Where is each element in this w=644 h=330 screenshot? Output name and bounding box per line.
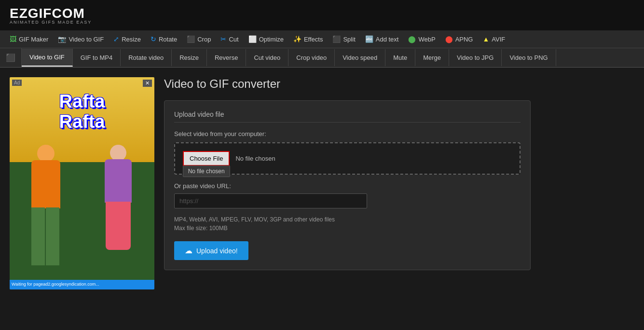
optimize-icon: ⬜ xyxy=(248,35,257,43)
nav1-label-optimize: Optimize xyxy=(259,36,284,43)
upload-box: Upload video file Select video from your… xyxy=(164,100,531,270)
nav1-label-webp: WebP xyxy=(418,36,435,43)
nav2-item-video-speed[interactable]: Video speed xyxy=(335,49,385,66)
nav1: 🖼 GIF Maker 📷 Video to GIF ⤢ Resize ↻ Ro… xyxy=(0,30,644,48)
rotate-icon: ↻ xyxy=(151,35,156,43)
upload-box-title: Upload video file xyxy=(174,110,521,123)
nav2-item-rotate-video[interactable]: Rotate video xyxy=(121,49,172,66)
apng-icon: ⬤ xyxy=(445,35,453,43)
nav1-item-add-text[interactable]: 🔤 Add text xyxy=(360,30,404,48)
no-file-label: No file chosen xyxy=(235,155,275,162)
choose-file-button[interactable]: Choose File xyxy=(183,151,230,166)
effects-icon: ✨ xyxy=(293,35,301,43)
nav2-item-video-to-png[interactable]: Video to PNG xyxy=(502,49,556,66)
nav1-label-gif-maker: GIF Maker xyxy=(19,36,48,43)
nav1-item-webp[interactable]: ⬤ WebP xyxy=(403,30,440,48)
ad-status: Waiting for pagead2.googlesyndication.co… xyxy=(10,281,101,288)
file-input-area: Choose File No file chosen No file chose… xyxy=(174,142,521,175)
crop-icon: ⬛ xyxy=(187,35,195,43)
webp-icon: ⬤ xyxy=(408,35,416,43)
upload-icon: ☁ xyxy=(185,246,192,255)
gif-maker-icon: 🖼 xyxy=(10,35,16,43)
nav2-video-icon[interactable]: ⬛ xyxy=(0,48,22,67)
nav2-item-gif-to-mp4[interactable]: GIF to MP4 xyxy=(73,49,121,66)
max-size-text: Max file size: 100MB xyxy=(174,225,521,232)
nav1-item-resize[interactable]: ⤢ Resize xyxy=(109,30,146,48)
ad-bottom-bar: Waiting for pagead2.googlesyndication.co… xyxy=(10,280,154,289)
nav1-item-split[interactable]: ⬛ Split xyxy=(328,30,360,48)
nav1-item-rotate[interactable]: ↻ Rotate xyxy=(146,30,182,48)
nav2: ⬛ Video to GIF GIF to MP4 Rotate video R… xyxy=(0,48,644,68)
ad-label: Ad xyxy=(12,80,22,86)
nav2-item-video-to-gif[interactable]: Video to GIF xyxy=(22,49,73,67)
nav1-label-resize: Resize xyxy=(122,36,141,43)
nav1-item-apng[interactable]: ⬤ APNG xyxy=(440,30,478,48)
nav2-item-resize[interactable]: Resize xyxy=(172,49,207,66)
content-area: Ad ✕ Rafta Rafta Waiting for pagead2.goo… xyxy=(0,68,644,299)
nav2-item-crop-video[interactable]: Crop video xyxy=(288,49,335,66)
nav1-item-gif-maker[interactable]: 🖼 GIF Maker xyxy=(5,30,53,48)
file-types-text: MP4, WebM, AVI, MPEG, FLV, MOV, 3GP and … xyxy=(174,216,521,223)
nav1-label-avif: AVIF xyxy=(492,36,505,43)
ad-title: Rafta Rafta xyxy=(59,92,105,132)
avif-icon: ▲ xyxy=(482,35,489,43)
logo: EZGIFCOM ANIMATED GIFS MADE EASY xyxy=(10,6,92,25)
nav1-label-apng: APNG xyxy=(455,36,473,43)
ad-title-line2: Rafta xyxy=(59,112,105,132)
url-input[interactable] xyxy=(174,193,367,208)
upload-button-label: Upload video! xyxy=(196,247,238,255)
ad-sidebar: Ad ✕ Rafta Rafta Waiting for pagead2.goo… xyxy=(10,77,154,289)
nav1-item-video-to-gif[interactable]: 📷 Video to GIF xyxy=(53,30,109,48)
ad-close-button[interactable]: ✕ xyxy=(143,80,152,87)
nav2-item-merge[interactable]: Merge xyxy=(415,49,449,66)
nav1-label-video-to-gif: Video to GIF xyxy=(69,36,104,43)
nav1-label-split: Split xyxy=(343,36,355,43)
nav2-item-reverse[interactable]: Reverse xyxy=(207,49,246,66)
nav2-item-cut-video[interactable]: Cut video xyxy=(246,49,288,66)
add-text-icon: 🔤 xyxy=(365,35,373,43)
nav1-label-crop: Crop xyxy=(197,36,211,43)
video-to-gif-icon: 📷 xyxy=(58,35,66,43)
nav1-label-cut: Cut xyxy=(229,36,238,43)
nav1-item-avif[interactable]: ▲ AVIF xyxy=(478,30,510,48)
nav1-item-crop[interactable]: ⬛ Crop xyxy=(182,30,216,48)
main-panel: Video to GIF converter Upload video file… xyxy=(164,77,634,289)
page-title: Video to GIF converter xyxy=(164,77,634,91)
cut-icon: ✂ xyxy=(220,35,226,43)
upload-button[interactable]: ☁ Upload video! xyxy=(174,241,248,260)
no-file-tooltip: No file chosen xyxy=(183,165,230,177)
select-label: Select video from your computer: xyxy=(174,130,521,138)
nav1-label-add-text: Add text xyxy=(376,36,399,43)
resize-icon: ⤢ xyxy=(113,35,119,43)
nav1-item-effects[interactable]: ✨ Effects xyxy=(288,30,328,48)
file-input-wrapper: Choose File No file chosen xyxy=(183,151,230,166)
nav1-item-optimize[interactable]: ⬜ Optimize xyxy=(244,30,288,48)
nav1-item-cut[interactable]: ✂ Cut xyxy=(216,30,243,48)
logo-sub: ANIMATED GIFS MADE EASY xyxy=(10,20,92,25)
nav1-label-rotate: Rotate xyxy=(159,36,177,43)
logo-main[interactable]: EZGIFCOM xyxy=(10,6,92,21)
header: EZGIFCOM ANIMATED GIFS MADE EASY xyxy=(0,0,644,30)
nav2-item-video-to-jpg[interactable]: Video to JPG xyxy=(449,49,502,66)
nav1-label-effects: Effects xyxy=(304,36,323,43)
nav2-item-mute[interactable]: Mute xyxy=(385,49,415,66)
ad-title-line1: Rafta xyxy=(59,92,105,112)
split-icon: ⬛ xyxy=(332,35,341,43)
or-paste-label: Or paste video URL: xyxy=(174,182,521,190)
